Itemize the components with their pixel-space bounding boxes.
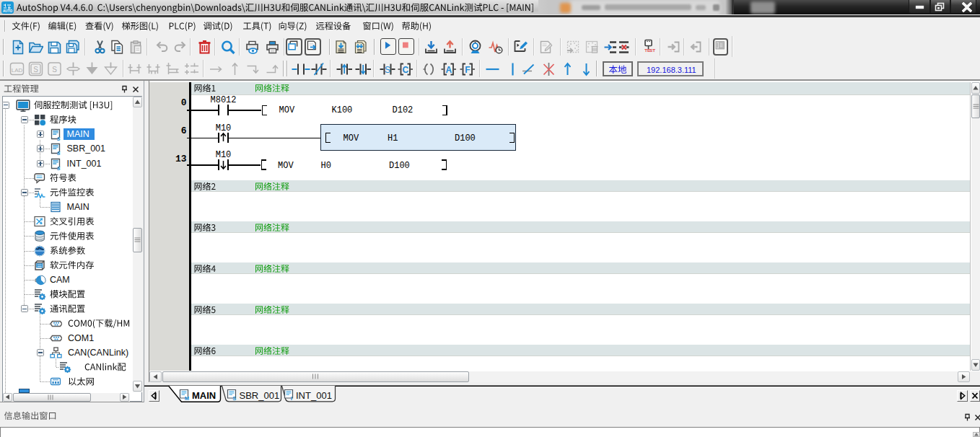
svg-text:s: s <box>57 164 61 171</box>
svg-text:M: M <box>185 395 189 401</box>
svg-text:F: F <box>465 64 470 74</box>
svg-text:S: S <box>52 66 57 74</box>
svg-text:S: S <box>232 395 236 401</box>
svg-text:C: C <box>402 64 408 74</box>
svg-text:s: s <box>57 150 61 156</box>
svg-text:ST: ST <box>649 48 655 53</box>
svg-text:S: S <box>384 64 390 74</box>
svg-text:LAD: LAD <box>11 66 22 73</box>
svg-text:s: s <box>57 135 61 141</box>
svg-text:I: I <box>290 395 292 401</box>
svg-text:S: S <box>33 65 38 73</box>
svg-text:A: A <box>445 64 452 74</box>
svg-text:AUTO: AUTO <box>3 9 12 13</box>
